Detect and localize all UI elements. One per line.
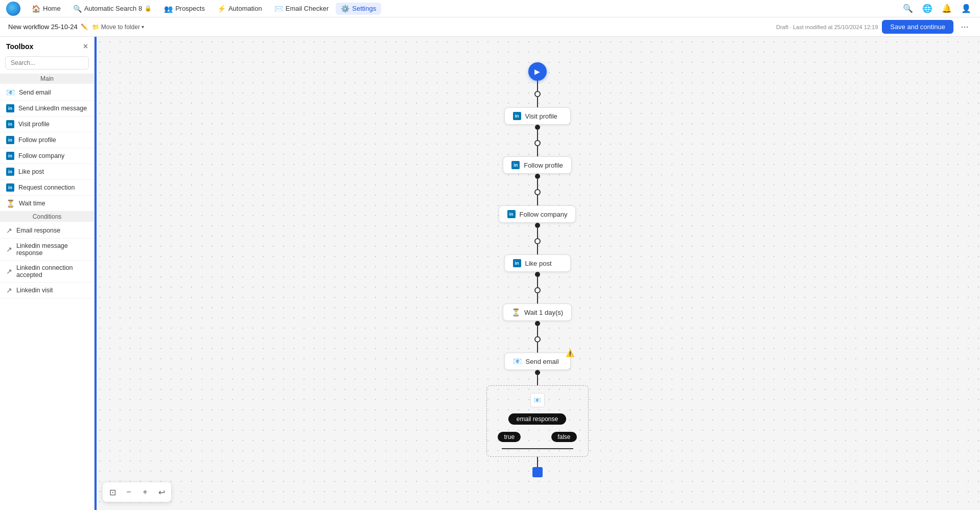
edit-title-icon[interactable]: ✏️ [81, 24, 88, 30]
zoom-out-button[interactable]: − [121, 484, 136, 500]
connector-dot-6 [535, 321, 540, 326]
linkedin-icon-2: in [6, 120, 14, 128]
connector-7 [537, 375, 538, 385]
more-options-button[interactable]: ··· [958, 20, 972, 34]
node-follow-profile[interactable]: in Follow profile [503, 156, 572, 174]
workflow-canvas[interactable]: ▶ in Visit profile in Follow profile [95, 37, 980, 510]
nav-settings-label: Settings [352, 5, 376, 12]
connector-line-4b [537, 244, 538, 254]
linkedin-icon: in [6, 104, 14, 112]
node-visit-profile[interactable]: in Visit profile [504, 107, 571, 125]
connector-dot-3 [535, 174, 540, 179]
toolbox-email-response-label: Email response [16, 227, 60, 234]
toolbox-item-send-linkedin-message[interactable]: in Send LinkedIn message [0, 101, 94, 117]
branch-connector-line [502, 448, 573, 449]
toolbox-send-email-label: Send email [19, 89, 51, 96]
search-lock-icon: 🔍 [73, 5, 82, 13]
nav-search-button[interactable]: 🔍 [900, 1, 916, 16]
toolbox-follow-company-label: Follow company [18, 152, 64, 159]
linkedin-icon-3: in [6, 136, 14, 144]
connector-dot-4 [535, 223, 540, 228]
end-node[interactable] [532, 467, 543, 477]
linkedin-node-icon-2: in [511, 161, 520, 169]
connector-dot-7 [535, 370, 540, 375]
condition-label[interactable]: email response [508, 413, 566, 425]
toolbox-item-send-email[interactable]: 📧 Send email [0, 85, 94, 101]
branch-false-label: false [551, 432, 576, 442]
toolbox-title: Toolbox [6, 42, 33, 51]
connector-6 [537, 326, 538, 336]
node-send-email[interactable]: 📧 Send email ⚠️ [504, 353, 571, 370]
nav-globe-button[interactable]: 🌐 [920, 1, 935, 16]
node-wait-1-day[interactable]: ⏳ Wait 1 day(s) [503, 304, 572, 321]
toolbox-request-connection-label: Request connection [18, 184, 75, 191]
branches-container: true false [498, 432, 576, 442]
condition-node-icon: 📧 [533, 397, 541, 404]
connector-line-1b [537, 97, 538, 107]
toolbox-item-linkedin-message-response[interactable]: ↗ Linkedin message response [0, 239, 94, 261]
toolbox-search-input[interactable] [5, 56, 89, 69]
connector-8 [537, 457, 538, 467]
canvas-controls: ⊡ − + ↩ [103, 482, 171, 502]
toolbox-item-wait-time[interactable]: ⏳ Wait time [0, 196, 94, 212]
toolbox-like-post-label: Like post [18, 168, 44, 175]
app-logo[interactable] [6, 2, 20, 16]
move-folder-button[interactable]: 📁 Move to folder ▾ [92, 24, 144, 31]
section-label-conditions: Conditions [0, 212, 94, 222]
node-like-post-label: Like post [525, 260, 552, 267]
condition-inner-node[interactable]: 📧 [530, 393, 545, 407]
left-accent-bar [95, 37, 97, 510]
toolbox-item-email-response[interactable]: ↗ Email response [0, 223, 94, 239]
hourglass-node-icon: ⏳ [511, 308, 520, 316]
node-like-post[interactable]: in Like post [504, 254, 571, 272]
toolbox-item-linkedin-visit[interactable]: ↗ Linkedin visit [0, 283, 94, 298]
nav-item-automation[interactable]: ⚡ Automation [212, 3, 267, 15]
undo-button[interactable]: ↩ [154, 484, 169, 500]
connector-3 [537, 179, 538, 189]
condition-icon-3: ↗ [6, 267, 12, 275]
toolbox-item-request-connection[interactable]: in Request connection [0, 180, 94, 196]
chevron-down-icon: ▾ [142, 24, 144, 30]
toolbox-linkedin-connection-accepted-label: Linkedin connection accepted [16, 264, 88, 279]
zoom-in-button[interactable]: + [137, 484, 153, 500]
linkedin-node-icon: in [513, 112, 521, 120]
toolbox-close-button[interactable]: × [83, 42, 88, 51]
connector-circle-4 [534, 238, 541, 244]
connector-circle-3 [534, 189, 541, 195]
linkedin-node-icon-3: in [507, 210, 516, 218]
nav-profile-button[interactable]: 👤 [959, 1, 974, 16]
save-and-continue-button[interactable]: Save and continue [882, 20, 953, 34]
toolbox-send-linkedin-label: Send LinkedIn message [18, 105, 87, 112]
toolbox-item-like-post[interactable]: in Like post [0, 164, 94, 180]
folder-icon: 📁 [92, 24, 100, 31]
connector-1 [537, 81, 538, 91]
connector-circle-5 [534, 287, 541, 293]
connector-dot-2 [535, 125, 540, 130]
email-checker-icon: ✉️ [274, 5, 283, 13]
sub-header: New workflow 25-10-24 ✏️ 📁 Move to folde… [0, 17, 980, 37]
linkedin-icon-5: in [6, 168, 14, 176]
connector-circle-2 [534, 140, 541, 146]
condition-icon-2: ↗ [6, 245, 12, 253]
nav-item-settings[interactable]: ⚙️ Settings [336, 3, 381, 15]
connector-dot-5 [535, 272, 540, 277]
connector-line-3b [537, 195, 538, 205]
node-follow-company[interactable]: in Follow company [499, 205, 576, 223]
nav-item-email-checker[interactable]: ✉️ Email Checker [269, 3, 334, 15]
nav-item-prospects[interactable]: 👥 Prospects [159, 3, 210, 15]
toolbox-sidebar: Toolbox × Main 📧 Send email in Send Link… [0, 37, 95, 510]
start-node[interactable]: ▶ [528, 62, 547, 81]
warning-icon: ⚠️ [566, 349, 574, 357]
nav-email-checker-label: Email Checker [286, 5, 329, 12]
toolbox-item-visit-profile[interactable]: in Visit profile [0, 117, 94, 132]
nav-notifications-button[interactable]: 🔔 [939, 1, 954, 16]
email-node-icon: 📧 [513, 357, 522, 365]
toolbox-item-follow-profile[interactable]: in Follow profile [0, 132, 94, 148]
nav-automation-label: Automation [228, 5, 262, 12]
nav-prospects-label: Prospects [175, 5, 205, 12]
nav-item-home[interactable]: 🏠 Home [27, 3, 66, 15]
toolbox-item-linkedin-connection-accepted[interactable]: ↗ Linkedin connection accepted [0, 261, 94, 283]
nav-item-automatic-search[interactable]: 🔍 Automatic Search 8 🔒 [68, 3, 157, 15]
toolbox-item-follow-company[interactable]: in Follow company [0, 148, 94, 164]
fit-view-button[interactable]: ⊡ [105, 484, 120, 500]
